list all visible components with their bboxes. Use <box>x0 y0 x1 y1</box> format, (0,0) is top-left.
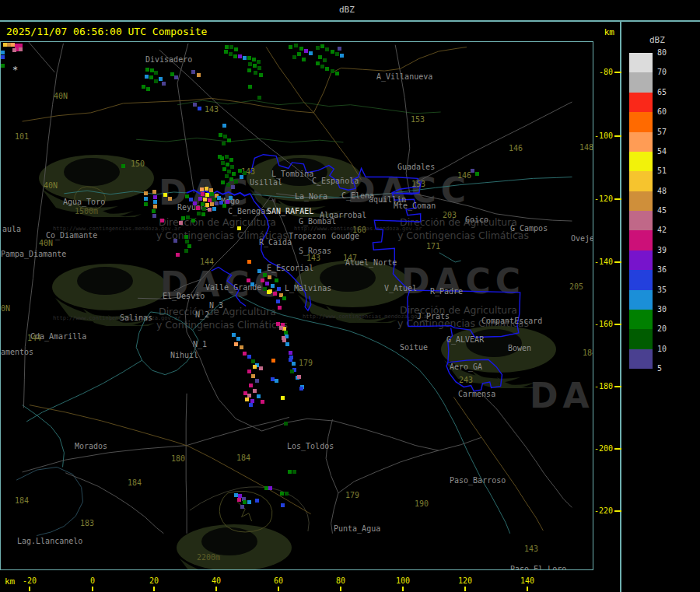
place-label: CompantEscard <box>481 317 542 325</box>
radar-pixel <box>176 253 180 257</box>
route-number-label: 184 <box>15 497 29 505</box>
legend-color-30 <box>629 310 653 329</box>
radar-pixel <box>196 206 200 210</box>
radar-pixel <box>193 201 197 205</box>
radar-pixel <box>12 48 16 52</box>
radar-pixel <box>225 155 229 159</box>
place-label: Lag.Llancanelo <box>17 538 82 545</box>
radar-pixel <box>257 66 261 70</box>
radar-pixel <box>222 124 226 128</box>
radar-pixel <box>227 138 231 142</box>
bottom-axis-label: 40 <box>199 576 233 585</box>
radar-pixel <box>247 260 251 264</box>
legend-color-65 <box>629 93 653 112</box>
radar-pixel <box>248 85 252 89</box>
radar-pixel <box>289 45 292 49</box>
radar-pixel <box>254 71 257 75</box>
place-label: Pampa_Diamante <box>1 250 66 258</box>
radar-pixel <box>222 204 226 208</box>
place-label: Goico <box>465 216 488 224</box>
route-number-label: 183 <box>80 520 94 527</box>
radar-pixel <box>144 191 148 195</box>
radar-pixel <box>335 52 339 56</box>
radar-pixel <box>146 87 150 91</box>
radar-pixel <box>282 336 285 340</box>
radar-pixel <box>198 107 201 110</box>
radar-pixel <box>226 200 229 204</box>
route-number-label: 144 <box>200 258 214 266</box>
radar-pixel <box>168 197 172 201</box>
radar-pixel <box>231 185 235 189</box>
radar-pixel <box>225 45 229 49</box>
radar-app: { "titlebar": {"title": "dBZ"}, "statusb… <box>0 0 700 592</box>
radar-pixel <box>316 61 320 65</box>
right-axis-label: -160 <box>582 320 613 328</box>
radar-pixel <box>152 209 156 213</box>
radar-pixel <box>159 77 163 81</box>
radar-pixel <box>247 56 251 60</box>
radar-pixel <box>325 67 329 71</box>
right-axis-label: -220 <box>582 506 613 515</box>
right-axis-label: -140 <box>582 257 613 266</box>
radar-pixel <box>243 171 247 175</box>
right-axis-tick <box>614 448 621 450</box>
title-bar: dBZ <box>0 0 700 20</box>
radar-pixel <box>153 195 157 199</box>
legend-color-35 <box>629 290 653 310</box>
route-number-label: 146 <box>457 172 471 180</box>
radar-pixel <box>173 239 177 243</box>
place-label: Morados <box>75 443 107 450</box>
radar-pixel <box>267 290 271 294</box>
route-number-label: 171 <box>426 243 440 250</box>
radar-pixel <box>325 47 329 51</box>
radar-pixel <box>276 300 280 303</box>
radar-pixel <box>240 345 243 349</box>
radar-pixel <box>189 198 193 201</box>
place-label: N_2 <box>195 311 209 319</box>
radar-pixel <box>290 370 294 373</box>
radar-pixel <box>253 64 257 68</box>
radar-pixel <box>247 500 251 504</box>
legend-value-label: 70 <box>657 68 667 76</box>
bottom-axis-label: 120 <box>448 576 482 585</box>
route-number-label: 184 <box>236 454 250 462</box>
route-number-label: 40N <box>44 182 58 190</box>
route-number-label: 153 <box>411 116 425 124</box>
route-number-label: 184 <box>128 479 142 487</box>
route-number-label: 146 <box>509 145 523 152</box>
radar-pixel <box>203 198 207 201</box>
radar-pixel <box>234 180 238 184</box>
radar-pixel <box>224 50 228 54</box>
boundaries-layer <box>187 155 520 391</box>
radar-pixel <box>232 172 236 176</box>
place-label: Soitue <box>400 344 428 352</box>
radar-map-canvas[interactable]: DACCDirección de Agriculturay Contingenc… <box>0 41 593 570</box>
legend-value-label: 20 <box>657 324 667 333</box>
radar-pixel <box>1 64 5 68</box>
place-label: Oveje <box>571 235 593 243</box>
radar-pixel <box>249 403 253 407</box>
place-label: Aero_GA <box>450 363 482 371</box>
legend-value-label: 39 <box>657 246 667 254</box>
place-label: G_ALVEAR <box>446 336 484 344</box>
radar-pixel <box>160 219 164 222</box>
right-axis-label: -80 <box>582 68 613 76</box>
place-label: R_Padre <box>430 288 463 296</box>
legend-value-label: 45 <box>657 206 667 215</box>
right-axis-label: -180 <box>582 382 613 391</box>
right-axis-label: -200 <box>582 444 613 453</box>
legend-color-39 <box>629 250 653 270</box>
radar-pixel <box>261 278 264 282</box>
place-label: C_Española <box>312 177 359 185</box>
radar-pixel <box>237 226 241 230</box>
radar-pixel <box>278 306 282 310</box>
bottom-axis-tick <box>278 587 279 591</box>
legend-labels: 807065605754514845423936353020105 <box>657 53 681 372</box>
radar-pixel <box>257 394 261 398</box>
radar-pixel <box>261 400 264 404</box>
panel-divider <box>620 20 621 592</box>
radar-pixel <box>200 187 204 191</box>
radar-pixel <box>281 396 285 400</box>
legend-value-label: 35 <box>657 285 667 294</box>
radar-pixel <box>163 193 167 197</box>
